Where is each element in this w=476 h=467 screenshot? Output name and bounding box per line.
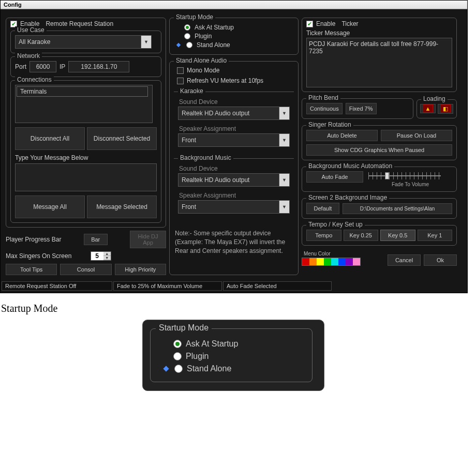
ticker-title: Ticker [341, 20, 358, 27]
pitch-bend-group: Pitch Bend Continuous Fixed 7% [302, 98, 413, 119]
karaoke-speaker-select[interactable]: Front ▼ [178, 133, 290, 147]
refresh-vu-checkbox[interactable]: Refresh VU Meters at 10fps [177, 77, 263, 84]
connections-title: Connections [15, 76, 54, 83]
color-swatch[interactable] [353, 258, 360, 265]
key-05-button[interactable]: Key 0.5 [380, 230, 415, 241]
enlarged-ask-label: Ask At Startup [186, 339, 238, 349]
use-case-select[interactable]: All Karaoke ▼ [15, 35, 152, 49]
auto-delete-button[interactable]: Auto Delete [306, 130, 378, 141]
column-left: Enable Remote Request Station Use Case A… [6, 14, 166, 275]
status-cell: Fade to 25% of Maximum Volume [113, 281, 222, 291]
show-cdg-button[interactable]: Show CDG Graphics When Paused [306, 144, 452, 156]
bgm-speaker-label: Speaker Assignment [179, 192, 290, 199]
pitch-fixed-button[interactable]: Fixed 7% [346, 103, 377, 114]
list-item[interactable]: Terminals [17, 86, 148, 97]
menu-color-wrap: Menu Color [302, 249, 361, 266]
auto-fade-button[interactable]: Auto Fade [306, 171, 363, 183]
radio-icon [184, 24, 190, 31]
use-case-title: Use Case [15, 26, 47, 34]
message-input[interactable] [15, 163, 157, 191]
sound-device-label: Sound Device [179, 98, 290, 106]
radio-icon [184, 33, 190, 39]
radio-icon [174, 365, 183, 373]
chevron-down-icon: ▼ [141, 36, 151, 48]
enlarged-standalone-radio[interactable]: Stand Alone [159, 364, 304, 373]
enlarged-ask-radio[interactable]: Ask At Startup [159, 339, 304, 349]
enlarged-plugin-label: Plugin [186, 352, 209, 361]
key-025-button[interactable]: Key 0.25 [344, 230, 379, 241]
bar-button[interactable]: Bar [84, 234, 108, 245]
enlarged-plugin-radio[interactable]: Plugin [159, 352, 304, 361]
message-selected-button[interactable]: Message Selected [87, 195, 157, 218]
tempo-key-group: Tempo / Key Set up Tempo Key 0.25 Key 0.… [302, 225, 457, 246]
startup-ask-radio[interactable]: Ask At Startup [174, 24, 294, 31]
spinner-down-icon[interactable]: ▼ [103, 256, 111, 260]
high-priority-button[interactable]: High Priority [115, 264, 166, 275]
tempo-button[interactable]: Tempo [306, 230, 341, 241]
status-bar: Remote Request Station Off Fade to 25% o… [1, 280, 467, 293]
loading-icon-1-button[interactable]: ▲ [420, 104, 436, 113]
startup-ask-label: Ask At Startup [195, 24, 234, 31]
karaoke-speaker-value: Front [178, 137, 279, 144]
color-swatch[interactable] [346, 258, 353, 265]
menu-color-palette[interactable] [302, 258, 361, 266]
diamond-marker-icon [176, 43, 181, 47]
color-swatch[interactable] [309, 258, 317, 265]
tool-tips-button[interactable]: Tool Tips [6, 264, 57, 275]
fade-volume-slider[interactable] [368, 171, 441, 180]
screen2-path-button[interactable]: D:\Documents and Settings\Alan [343, 203, 452, 214]
mono-mode-checkbox[interactable]: Mono Mode [177, 67, 219, 74]
audio-note: Note:- Some specific output device (Exam… [174, 227, 294, 257]
box-icon: ◧ [440, 104, 451, 113]
color-swatch[interactable] [302, 258, 309, 265]
connections-listbox[interactable]: Terminals [15, 85, 153, 123]
max-singers-spinner[interactable]: 5 ▲▼ [91, 251, 111, 261]
bgm-sound-device-select[interactable]: Realtek HD Audio output ▼ [178, 173, 290, 187]
consol-button[interactable]: Consol [60, 264, 111, 275]
pause-on-load-button[interactable]: Pause On Load [381, 130, 452, 141]
karaoke-sound-device-select[interactable]: Realtek HD Audio output ▼ [178, 107, 290, 120]
port-input[interactable] [29, 61, 56, 72]
enlarged-standalone-label: Stand Alone [187, 364, 231, 373]
ticker-enable-checkbox[interactable]: Enable [306, 20, 335, 27]
startup-plugin-label: Plugin [195, 33, 212, 40]
pitch-continuous-button[interactable]: Continuous [306, 103, 343, 114]
ip-input[interactable] [68, 61, 129, 72]
window-title: Config [1, 1, 467, 9]
color-swatch[interactable] [331, 258, 338, 265]
color-swatch[interactable] [317, 258, 324, 265]
karaoke-sound-device-value: Realtek HD Audio output [178, 110, 279, 117]
startup-standalone-radio[interactable]: Stand Alone [174, 41, 294, 49]
spinner-up-icon[interactable]: ▲ [103, 252, 111, 256]
ticker-msg-label: Ticker Message [306, 29, 452, 37]
chevron-down-icon: ▼ [279, 107, 289, 119]
page-heading-startup-mode: Startup Mode [1, 303, 476, 314]
screen2-default-button[interactable]: Default [306, 203, 339, 214]
bgm-speaker-select[interactable]: Front ▼ [178, 200, 290, 214]
checkbox-icon [177, 67, 184, 74]
status-cell: Remote Request Station Off [2, 281, 112, 291]
bgm-title: Background Music [178, 154, 233, 161]
color-swatch[interactable] [324, 258, 331, 265]
disconnect-all-button[interactable]: Disconnect All [15, 127, 85, 150]
startup-plugin-radio[interactable]: Plugin [174, 33, 294, 40]
tempo-key-title: Tempo / Key Set up [306, 221, 365, 228]
refresh-vu-label: Refresh VU Meters at 10fps [187, 77, 263, 84]
ok-button[interactable]: Ok [424, 254, 457, 266]
key-1-button[interactable]: Key 1 [418, 230, 453, 241]
startup-mode-enlarged-title: Startup Mode [156, 323, 212, 333]
hide-dj-button[interactable]: Hide DJ App [130, 231, 166, 248]
ticker-msg-input[interactable]: PCDJ Karaoki For details call toll free … [306, 38, 452, 87]
bgm-subgroup: Background Music Sound Device Realtek HD… [174, 158, 294, 218]
checkbox-icon [177, 78, 184, 84]
message-all-button[interactable]: Message All [15, 195, 85, 218]
disconnect-selected-button[interactable]: Disconnect Selected [87, 127, 157, 150]
player-progress-label: Player Progress Bar [6, 236, 61, 243]
cancel-button[interactable]: Cancel [388, 254, 421, 266]
color-swatch[interactable] [338, 258, 346, 265]
bottom-right-row: Menu Color Cancel Ok [302, 249, 457, 266]
loading-icon-2-button[interactable]: ◧ [438, 104, 453, 114]
startup-mode-title: Startup Mode [174, 13, 215, 21]
checkbox-icon [306, 21, 313, 27]
radio-icon [173, 352, 182, 360]
